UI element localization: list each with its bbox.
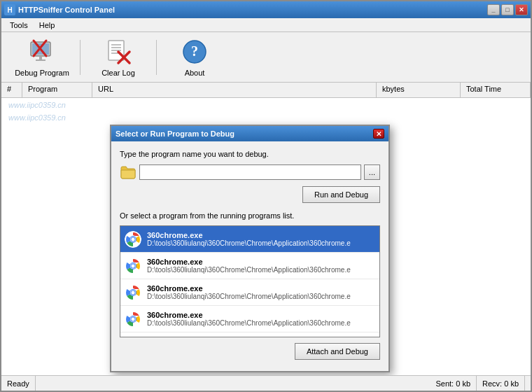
- main-window: H HTTPSniffer Control Panel _ □ ✕ Tools …: [0, 0, 532, 392]
- program-name: 360chrome.exe: [147, 231, 351, 239]
- dialog-close-button[interactable]: ✕: [373, 129, 384, 139]
- svg-point-19: [132, 237, 135, 241]
- status-bar: Ready Sent: 0 kb Recv: 0 kb: [1, 375, 531, 391]
- menu-item-help[interactable]: Help: [34, 20, 61, 31]
- status-ready: Ready: [7, 376, 36, 391]
- about-label: About: [185, 69, 205, 77]
- program-list-item[interactable]: 360chrome.exe D:\tools\360liulanqi\360Ch…: [120, 226, 379, 253]
- program-path: D:\tools\360liulanqi\360Chrome\Chrome\Ap…: [147, 293, 351, 300]
- debug-program-label: Debug Program: [15, 69, 69, 77]
- chrome-icon: [125, 231, 141, 248]
- svg-rect-2: [39, 56, 42, 59]
- clear-log-icon: [104, 38, 132, 66]
- program-path: D:\tools\360liulanqi\360Chrome\Chrome\Ap…: [147, 239, 351, 247]
- program-path: D:\tools\360liulanqi\360Chrome\Chrome\Ap…: [147, 266, 351, 274]
- app-icon: H: [4, 4, 15, 15]
- program-name: 360chrome.exe: [147, 284, 351, 293]
- dialog-overlay: Select or Run Program to Debug ✕ Type th…: [1, 83, 531, 375]
- debug-program-icon: [28, 38, 56, 66]
- chrome-icon: [125, 311, 141, 328]
- toolbar-separator-1: [80, 40, 80, 75]
- title-bar-left: H HTTPSniffer Control Panel: [4, 4, 115, 15]
- dialog-list-prompt: Or select a program from the running pro…: [120, 211, 380, 220]
- status-sent: Sent: 0 kb: [430, 376, 477, 391]
- program-info: 360chrome.exe D:\tools\360liulanqi\360Ch…: [147, 284, 351, 300]
- dialog-title: Select or Run Program to Debug: [115, 130, 234, 138]
- status-recv: Recv: 0 kb: [477, 376, 525, 391]
- chrome-icon: [125, 258, 141, 274]
- title-bar-controls: _ □ ✕: [487, 4, 528, 15]
- program-name-input[interactable]: [139, 164, 361, 180]
- program-info: 360chrome.exe D:\tools\360liulanqi\360Ch…: [147, 231, 351, 247]
- dialog-input-row: ...: [120, 164, 380, 181]
- svg-text:?: ?: [191, 43, 198, 59]
- program-name: 360chrome.exe: [147, 258, 351, 266]
- dialog-title-bar: Select or Run Program to Debug ✕: [111, 126, 388, 141]
- menu-item-tools[interactable]: Tools: [4, 20, 34, 31]
- run-and-debug-button[interactable]: Run and Debug: [302, 186, 380, 203]
- toolbar: Debug Program Clear Log: [1, 32, 531, 83]
- dialog-body: Type the program name you want to debug.…: [111, 141, 388, 371]
- program-info: 360chrome.exe D:\tools\360liulanqi\360Ch…: [147, 311, 351, 327]
- about-icon: ?: [181, 38, 209, 66]
- program-name: 360chrome.exe: [147, 311, 351, 319]
- dialog-footer: Attach and Debug: [120, 337, 380, 363]
- menu-bar: Tools Help: [1, 18, 531, 32]
- debug-program-button[interactable]: Debug Program: [7, 35, 77, 80]
- program-list-item[interactable]: 360chrome.exe D:\tools\360liulanqi\360Ch…: [120, 306, 379, 332]
- minimize-button[interactable]: _: [487, 4, 500, 15]
- program-list[interactable]: 360chrome.exe D:\tools\360liulanqi\360Ch…: [120, 225, 380, 337]
- close-button[interactable]: ✕: [515, 4, 528, 15]
- select-run-program-dialog: Select or Run Program to Debug ✕ Type th…: [110, 125, 390, 372]
- program-info: 360chrome.exe D:\tools\360liulanqi\360Ch…: [147, 258, 351, 274]
- svg-rect-3: [36, 59, 46, 61]
- window-title: HTTPSniffer Control Panel: [18, 6, 115, 14]
- svg-point-29: [132, 290, 135, 294]
- program-list-item[interactable]: 360chrome.exe D:\tools\360liulanqi\360Ch…: [120, 253, 379, 279]
- toolbar-separator-2: [156, 40, 157, 75]
- attach-and-debug-button[interactable]: Attach and Debug: [295, 343, 380, 360]
- clear-log-label: Clear Log: [102, 69, 135, 77]
- program-list-item[interactable]: 360chrome.exe D:\tools\360liulanqi\360Ch…: [120, 279, 379, 306]
- svg-point-34: [132, 317, 135, 321]
- table-area: www.iipc0359.cnwww.iipc0359.cn # Program…: [1, 83, 531, 375]
- svg-point-24: [132, 264, 135, 267]
- folder-icon: [120, 164, 136, 181]
- run-debug-button-row: Run and Debug: [120, 186, 380, 203]
- dialog-prompt: Type the program name you want to debug.: [120, 150, 380, 158]
- program-path: D:\tools\360liulanqi\360Chrome\Chrome\Ap…: [147, 319, 351, 327]
- about-button[interactable]: ? About: [160, 35, 230, 80]
- chrome-icon: [125, 284, 141, 301]
- title-bar: H HTTPSniffer Control Panel _ □ ✕: [1, 1, 531, 18]
- clear-log-button[interactable]: Clear Log: [83, 35, 153, 80]
- maximize-button[interactable]: □: [501, 4, 514, 15]
- browse-button[interactable]: ...: [364, 164, 380, 180]
